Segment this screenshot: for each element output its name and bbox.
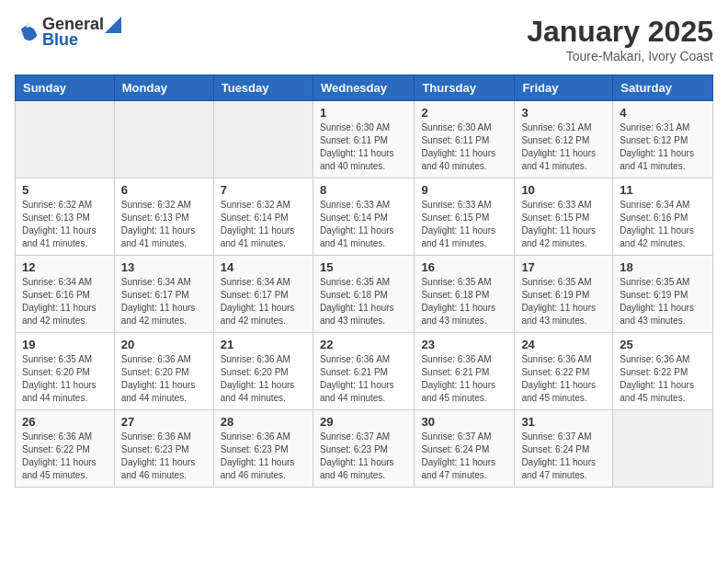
day-number: 1 (320, 106, 407, 120)
calendar-header-sunday: Sunday (16, 75, 115, 101)
calendar-cell (114, 101, 213, 178)
page-title: January 2025 (527, 15, 713, 49)
day-info: Sunrise: 6:37 AM Sunset: 6:24 PM Dayligh… (421, 431, 507, 482)
day-number: 26 (22, 415, 108, 429)
day-info: Sunrise: 6:34 AM Sunset: 6:17 PM Dayligh… (121, 276, 207, 327)
calendar-cell: 10Sunrise: 6:33 AM Sunset: 6:15 PM Dayli… (515, 178, 613, 256)
calendar-cell: 28Sunrise: 6:36 AM Sunset: 6:23 PM Dayli… (213, 410, 313, 488)
calendar-cell: 16Sunrise: 6:35 AM Sunset: 6:18 PM Dayli… (415, 256, 515, 333)
calendar-cell: 3Sunrise: 6:31 AM Sunset: 6:12 PM Daylig… (515, 101, 613, 178)
calendar-cell: 22Sunrise: 6:36 AM Sunset: 6:21 PM Dayli… (313, 333, 414, 410)
day-info: Sunrise: 6:35 AM Sunset: 6:18 PM Dayligh… (320, 276, 407, 327)
day-number: 21 (221, 338, 306, 351)
calendar-cell: 11Sunrise: 6:34 AM Sunset: 6:16 PM Dayli… (613, 178, 713, 256)
day-number: 24 (521, 338, 606, 351)
calendar-week-row: 26Sunrise: 6:36 AM Sunset: 6:22 PM Dayli… (16, 410, 713, 488)
day-info: Sunrise: 6:36 AM Sunset: 6:23 PM Dayligh… (221, 431, 306, 482)
calendar-table: SundayMondayTuesdayWednesdayThursdayFrid… (15, 75, 713, 488)
day-info: Sunrise: 6:35 AM Sunset: 6:19 PM Dayligh… (620, 276, 706, 327)
calendar-cell: 4Sunrise: 6:31 AM Sunset: 6:12 PM Daylig… (613, 101, 713, 178)
calendar-header-tuesday: Tuesday (213, 75, 313, 101)
calendar-cell: 30Sunrise: 6:37 AM Sunset: 6:24 PM Dayli… (415, 410, 515, 488)
day-info: Sunrise: 6:33 AM Sunset: 6:14 PM Dayligh… (320, 199, 407, 250)
calendar-cell (16, 101, 115, 178)
day-info: Sunrise: 6:35 AM Sunset: 6:20 PM Dayligh… (22, 353, 108, 405)
calendar-week-row: 5Sunrise: 6:32 AM Sunset: 6:13 PM Daylig… (16, 178, 713, 256)
calendar-cell: 14Sunrise: 6:34 AM Sunset: 6:17 PM Dayli… (213, 256, 313, 333)
calendar-cell (213, 101, 313, 178)
day-number: 30 (421, 415, 507, 429)
calendar-cell: 5Sunrise: 6:32 AM Sunset: 6:13 PM Daylig… (16, 178, 115, 256)
page-header: General Blue January 2025 Toure-Makari, … (15, 15, 713, 63)
calendar-cell: 21Sunrise: 6:36 AM Sunset: 6:20 PM Dayli… (213, 333, 313, 410)
calendar-cell: 25Sunrise: 6:36 AM Sunset: 6:22 PM Dayli… (613, 333, 713, 410)
day-number: 17 (521, 260, 606, 274)
day-number: 25 (620, 338, 706, 351)
day-info: Sunrise: 6:36 AM Sunset: 6:21 PM Dayligh… (421, 353, 507, 405)
day-info: Sunrise: 6:33 AM Sunset: 6:15 PM Dayligh… (521, 199, 606, 250)
calendar-cell: 19Sunrise: 6:35 AM Sunset: 6:20 PM Dayli… (16, 333, 115, 410)
day-info: Sunrise: 6:37 AM Sunset: 6:24 PM Dayligh… (521, 431, 606, 482)
calendar-cell: 13Sunrise: 6:34 AM Sunset: 6:17 PM Dayli… (114, 256, 213, 333)
calendar-header-row: SundayMondayTuesdayWednesdayThursdayFrid… (16, 75, 713, 101)
calendar-cell: 26Sunrise: 6:36 AM Sunset: 6:22 PM Dayli… (16, 410, 115, 488)
calendar-header-saturday: Saturday (613, 75, 713, 101)
calendar-cell: 15Sunrise: 6:35 AM Sunset: 6:18 PM Dayli… (313, 256, 414, 333)
day-info: Sunrise: 6:36 AM Sunset: 6:22 PM Dayligh… (22, 431, 108, 482)
calendar-cell: 31Sunrise: 6:37 AM Sunset: 6:24 PM Dayli… (515, 410, 613, 488)
calendar-cell: 18Sunrise: 6:35 AM Sunset: 6:19 PM Dayli… (613, 256, 713, 333)
day-info: Sunrise: 6:34 AM Sunset: 6:17 PM Dayligh… (221, 276, 306, 327)
day-info: Sunrise: 6:36 AM Sunset: 6:20 PM Dayligh… (121, 353, 207, 405)
title-area: January 2025 Toure-Makari, Ivory Coast (527, 15, 713, 63)
day-info: Sunrise: 6:35 AM Sunset: 6:19 PM Dayligh… (521, 276, 606, 327)
calendar-cell: 17Sunrise: 6:35 AM Sunset: 6:19 PM Dayli… (515, 256, 613, 333)
calendar-header-monday: Monday (114, 75, 213, 101)
day-info: Sunrise: 6:36 AM Sunset: 6:23 PM Dayligh… (121, 431, 207, 482)
day-info: Sunrise: 6:30 AM Sunset: 6:11 PM Dayligh… (320, 121, 407, 173)
day-info: Sunrise: 6:36 AM Sunset: 6:22 PM Dayligh… (521, 353, 606, 405)
calendar-header-friday: Friday (515, 75, 613, 101)
day-number: 23 (421, 338, 507, 351)
calendar-cell: 23Sunrise: 6:36 AM Sunset: 6:21 PM Dayli… (415, 333, 515, 410)
calendar-header-thursday: Thursday (415, 75, 515, 101)
day-info: Sunrise: 6:32 AM Sunset: 6:13 PM Dayligh… (121, 199, 207, 250)
day-number: 3 (521, 106, 606, 120)
day-info: Sunrise: 6:31 AM Sunset: 6:12 PM Dayligh… (620, 121, 706, 173)
day-info: Sunrise: 6:30 AM Sunset: 6:11 PM Dayligh… (421, 121, 507, 173)
calendar-cell: 29Sunrise: 6:37 AM Sunset: 6:23 PM Dayli… (313, 410, 414, 488)
day-info: Sunrise: 6:36 AM Sunset: 6:21 PM Dayligh… (320, 353, 407, 405)
day-info: Sunrise: 6:32 AM Sunset: 6:14 PM Dayligh… (221, 199, 306, 250)
day-info: Sunrise: 6:31 AM Sunset: 6:12 PM Dayligh… (521, 121, 606, 173)
calendar-cell: 6Sunrise: 6:32 AM Sunset: 6:13 PM Daylig… (114, 178, 213, 256)
day-number: 11 (620, 183, 706, 197)
day-number: 9 (421, 183, 507, 197)
logo: General Blue (15, 15, 122, 50)
day-number: 28 (221, 415, 306, 429)
svg-marker-1 (105, 17, 121, 33)
calendar-cell: 8Sunrise: 6:33 AM Sunset: 6:14 PM Daylig… (313, 178, 414, 256)
calendar-cell: 20Sunrise: 6:36 AM Sunset: 6:20 PM Dayli… (114, 333, 213, 410)
logo-icon (15, 19, 40, 45)
calendar-week-row: 1Sunrise: 6:30 AM Sunset: 6:11 PM Daylig… (16, 101, 713, 178)
calendar-cell: 1Sunrise: 6:30 AM Sunset: 6:11 PM Daylig… (313, 101, 414, 178)
day-number: 18 (620, 260, 706, 274)
day-info: Sunrise: 6:37 AM Sunset: 6:23 PM Dayligh… (320, 431, 407, 482)
day-info: Sunrise: 6:32 AM Sunset: 6:13 PM Dayligh… (22, 199, 108, 250)
day-number: 12 (22, 260, 108, 274)
day-number: 27 (121, 415, 207, 429)
calendar-cell: 24Sunrise: 6:36 AM Sunset: 6:22 PM Dayli… (515, 333, 613, 410)
day-number: 8 (320, 183, 407, 197)
day-number: 5 (22, 183, 108, 197)
day-number: 31 (521, 415, 606, 429)
calendar-week-row: 12Sunrise: 6:34 AM Sunset: 6:16 PM Dayli… (16, 256, 713, 333)
calendar-cell: 2Sunrise: 6:30 AM Sunset: 6:11 PM Daylig… (415, 101, 515, 178)
calendar-cell: 7Sunrise: 6:32 AM Sunset: 6:14 PM Daylig… (213, 178, 313, 256)
day-number: 13 (121, 260, 207, 274)
day-number: 22 (320, 338, 407, 351)
logo-triangle-icon (105, 17, 121, 33)
day-number: 20 (121, 338, 207, 351)
day-number: 15 (320, 260, 407, 274)
calendar-header-wednesday: Wednesday (313, 75, 414, 101)
calendar-cell: 27Sunrise: 6:36 AM Sunset: 6:23 PM Dayli… (114, 410, 213, 488)
day-number: 19 (22, 338, 108, 351)
